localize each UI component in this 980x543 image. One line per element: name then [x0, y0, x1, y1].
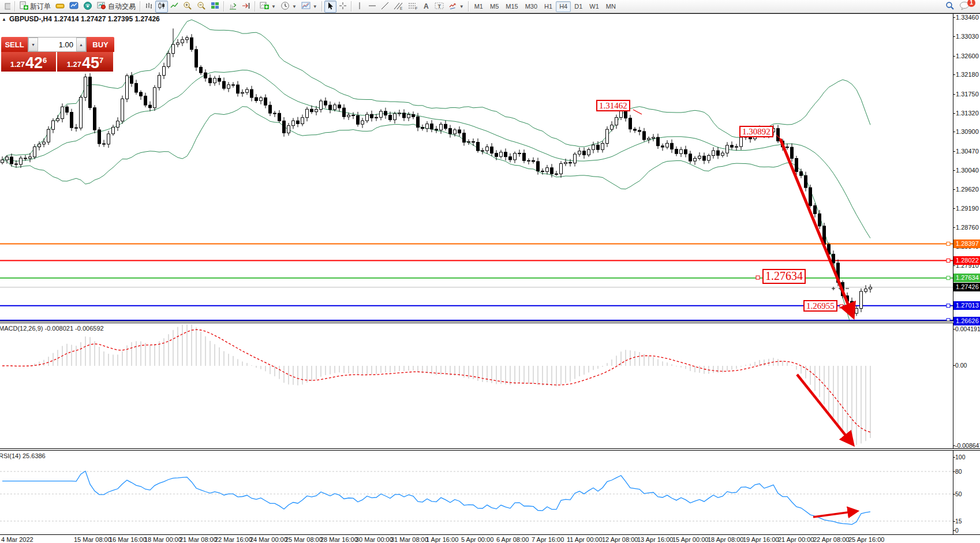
line-chart-icon	[170, 2, 178, 12]
timeframe-m5-button[interactable]: M5	[487, 1, 502, 12]
timeframe-mn-button[interactable]: MN	[603, 1, 619, 12]
price-annotation[interactable]: 1.31462	[596, 100, 630, 111]
time-axis-label: 21 Mar 08:00	[179, 536, 217, 543]
buy-button[interactable]: BUY	[87, 37, 114, 52]
level-handle[interactable]	[947, 304, 950, 308]
periods-button[interactable]: ▼	[278, 1, 299, 13]
toolbar-separator	[140, 1, 141, 12]
tick-mark	[953, 151, 955, 152]
indicators-button[interactable]: ▼	[257, 1, 278, 13]
annotation-handle[interactable]	[756, 276, 760, 279]
time-axis-label: 12 Apr 08:00	[602, 536, 638, 543]
price-annotation[interactable]: 1.30892	[739, 126, 773, 137]
macd-main-value: -0.008021	[44, 325, 73, 332]
macd-scale-label: 0.004191	[955, 325, 980, 332]
price-axis-tick: 1.29190	[956, 205, 979, 212]
vertical-line-tool-button[interactable]	[354, 1, 366, 13]
rsi-pane-splitter[interactable]	[0, 448, 980, 451]
text-label-icon: T	[435, 2, 444, 12]
timeframe-m15-button[interactable]: M15	[502, 1, 521, 12]
time-axis-label: 13 Apr 16:00	[637, 536, 673, 543]
tile-windows-button[interactable]	[208, 1, 222, 13]
trend-arrow[interactable]	[813, 511, 856, 517]
buy-price-point: 7	[99, 56, 103, 65]
line-chart-button[interactable]	[168, 1, 181, 13]
trendline-tool-button[interactable]	[379, 1, 391, 13]
buy-price-display[interactable]: 1.27 45 7	[57, 52, 113, 72]
time-axis-label: 18 Apr 08:00	[708, 536, 743, 543]
zoom-out-button[interactable]	[194, 1, 208, 13]
zoom-in-button[interactable]	[181, 1, 194, 13]
price-axis-tick: 1.31320	[956, 110, 979, 117]
volume-input[interactable]: 1.00	[38, 38, 76, 51]
trend-arrow[interactable]	[780, 139, 852, 315]
time-axis-label: 30 Mar 00:00	[356, 536, 393, 543]
channel-tool-button[interactable]: E	[391, 1, 406, 13]
volume-decrease-button[interactable]: ▼	[28, 38, 38, 51]
fibonacci-tool-button[interactable]: F	[406, 1, 420, 13]
crosshair-tool-button[interactable]	[336, 1, 349, 13]
timeframe-h4-button[interactable]: H4	[556, 1, 571, 12]
new-order-button[interactable]: 新订单	[17, 1, 53, 13]
one-click-toggle-icon[interactable]: ▲	[2, 17, 6, 22]
data-window-button[interactable]	[67, 1, 81, 13]
sell-price-pips: 42	[25, 56, 43, 70]
market-watch-button[interactable]	[53, 1, 67, 13]
tick-mark	[953, 113, 955, 114]
horizontal-line-tool-button[interactable]	[366, 1, 379, 13]
bollinger-band-line	[2, 70, 870, 238]
cursor-icon	[327, 2, 334, 12]
current-price-badge: 1.27426	[953, 283, 980, 291]
cursor-tool-button[interactable]	[324, 1, 336, 13]
price-chart-canvas[interactable]	[0, 0, 980, 543]
price-annotation[interactable]: 1.27634	[762, 269, 806, 284]
text-label-tool-button[interactable]: T	[432, 1, 446, 13]
equidistant-channel-icon: E	[394, 2, 403, 12]
toolbar: 新订单 自动交易 ▼ ▼ ▼ E F A T ▼ M	[0, 0, 980, 13]
tick-mark	[953, 74, 955, 75]
timeframe-d1-button[interactable]: D1	[571, 1, 586, 12]
templates-button[interactable]: ▼	[299, 1, 320, 13]
annotation-handle[interactable]	[840, 305, 843, 308]
search-button[interactable]	[943, 1, 957, 13]
zoom-out-icon	[197, 1, 206, 12]
price-level-badge: 1.27634	[953, 274, 980, 282]
bar-chart-icon	[145, 2, 153, 12]
tile-windows-icon	[211, 2, 219, 12]
chart-shift-button[interactable]	[226, 1, 240, 13]
templates-icon	[301, 1, 311, 12]
text-tool-button[interactable]: A	[420, 1, 432, 13]
price-axis-tick: 1.30040	[956, 167, 979, 174]
main-pane	[1, 20, 872, 351]
time-axis-label: 6 Apr 08:00	[496, 536, 529, 543]
sell-button[interactable]: SELL	[1, 37, 28, 52]
timeframe-h1-button[interactable]: H1	[541, 1, 556, 12]
timeframe-m1-button[interactable]: M1	[471, 1, 487, 12]
autotrading-icon	[97, 1, 106, 12]
signals-button[interactable]	[81, 1, 95, 13]
timeframe-m30-button[interactable]: M30	[522, 1, 541, 12]
chart-area[interactable]: ▲ GBPUSD-,H4 1.27414 1.27427 1.27395 1.2…	[0, 0, 980, 543]
auto-scroll-button[interactable]	[240, 1, 253, 13]
level-handle[interactable]	[947, 259, 950, 263]
candlestick-chart-button[interactable]	[155, 1, 168, 13]
macd-pane-splitter[interactable]	[0, 321, 980, 323]
price-axis-tick: 1.28760	[956, 224, 979, 231]
arrows-tool-button[interactable]: ▼	[446, 1, 466, 13]
sell-price-display[interactable]: 1.27 42 6	[1, 52, 57, 72]
timeframe-w1-button[interactable]: W1	[586, 1, 603, 12]
level-handle[interactable]	[947, 276, 950, 280]
tick-mark	[953, 494, 955, 495]
partial-toolbar-icon[interactable]	[1, 1, 13, 13]
price-annotation[interactable]: 1.26955	[803, 300, 837, 312]
bar-chart-button[interactable]	[143, 1, 155, 13]
toolbar-separator	[321, 1, 323, 12]
tick-mark	[953, 521, 955, 522]
community-chat-button[interactable]: 1	[957, 1, 972, 13]
volume-increase-button[interactable]: ▲	[76, 38, 86, 51]
time-axis-label: 11 Apr 00:00	[567, 536, 603, 543]
candlestick-chart-icon	[158, 2, 166, 12]
autotrading-button[interactable]: 自动交易	[95, 1, 138, 13]
periods-icon	[280, 1, 290, 12]
level-handle[interactable]	[947, 242, 950, 245]
